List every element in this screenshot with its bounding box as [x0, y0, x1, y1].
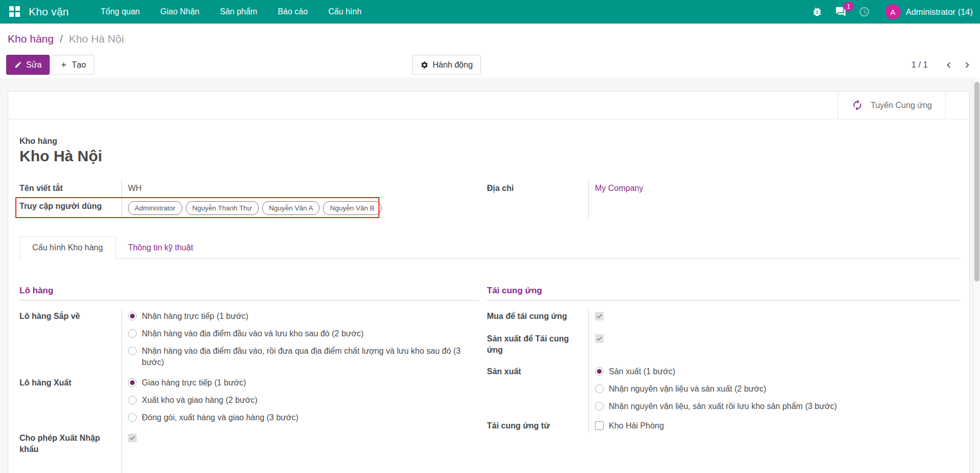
pencil-icon: [14, 61, 22, 69]
manufacture-label: Sản xuất: [487, 365, 588, 378]
short-name-value: WH: [121, 179, 142, 197]
address-label: Địa chỉ: [487, 179, 588, 197]
address-link[interactable]: My Company: [588, 179, 643, 197]
menu-item-reports[interactable]: Báo cáo: [267, 0, 318, 24]
shipments-heading: Lô hàng: [19, 286, 479, 300]
top-navbar: Kho vận Tổng quan Giao Nhận Sản phẩm Báo…: [0, 0, 980, 24]
tab-warehouse-config[interactable]: Cấu hình Kho hàng: [19, 236, 116, 259]
record-type-label: Kho hàng: [19, 137, 961, 146]
manufacture-option-3[interactable]: Nhận nguyên vận liệu, sản xuất rồi lưu k…: [595, 401, 961, 412]
main-menu: Tổng quan Giao Nhận Sản phẩm Báo cáo Cấu…: [90, 0, 372, 24]
user-access-tags: Administrator Nguyễn Thanh Thư Nguyễn Vă…: [128, 201, 381, 215]
user-tag: Nguyễn Văn A: [262, 201, 319, 215]
vertical-scrollbar[interactable]: [973, 78, 980, 473]
apps-menu-icon[interactable]: [9, 6, 20, 17]
action-menu-button[interactable]: Hành động: [412, 55, 481, 75]
checkbox-checked-icon[interactable]: [595, 312, 604, 320]
user-access-label: Truy cập người dùng: [19, 197, 121, 215]
create-button[interactable]: Tạo: [52, 55, 94, 75]
edit-button[interactable]: Sửa: [6, 55, 50, 75]
resupply-group: Tái cung ứng Mua để tái cung ứng Sản xuấ…: [487, 286, 961, 462]
short-name-label: Tên viết tắt: [19, 179, 121, 197]
outgoing-label: Lô hàng Xuất: [19, 376, 121, 390]
breadcrumb: Kho hàng / Kho Hà Nội: [8, 33, 124, 45]
radio-icon[interactable]: [128, 347, 137, 355]
tab-technical-info[interactable]: Thông tin kỹ thuật: [116, 237, 205, 259]
page-title: Kho Hà Nội: [19, 147, 961, 165]
left-field-group: Tên viết tắt WH Truy cập người dùng Admi…: [19, 179, 487, 219]
import-export-row: Cho phép Xuất Nhập khẩu: [19, 432, 479, 456]
incoming-option-2[interactable]: Nhận hàng vào địa điểm đầu vào và lưu kh…: [128, 328, 479, 339]
manufacture-resupply-row: Sản xuất để Tái cung ứng: [487, 332, 961, 357]
radio-icon[interactable]: [128, 329, 137, 338]
user-menu[interactable]: Administrator (14): [906, 7, 973, 17]
radio-icon[interactable]: [128, 396, 137, 404]
supply-routes-button[interactable]: Tuyến Cung ứng: [838, 92, 946, 119]
plus-icon: [60, 61, 68, 69]
short-name-row: Tên viết tắt WH: [19, 179, 479, 197]
user-tag: Nguyễn Văn B: [323, 201, 381, 215]
notebook-tabs: Cấu hình Kho hàng Thông tin kỹ thuật: [19, 235, 961, 259]
manufacture-row: Sản xuất Sản xuất (1 bước) Nhận nguyên v…: [487, 365, 961, 412]
user-tag: Administrator: [128, 201, 182, 215]
outgoing-option-1[interactable]: Giao hàng trực tiếp (1 bước): [128, 377, 479, 389]
refresh-icon: [851, 99, 863, 111]
checkbox-unchecked-icon[interactable]: [595, 421, 604, 430]
import-export-label: Cho phép Xuất Nhập khẩu: [19, 432, 121, 456]
content-area: Tuyến Cung ứng Kho hàng Kho Hà Nội Tên v…: [0, 78, 980, 473]
user-avatar[interactable]: A: [885, 4, 901, 19]
manufacture-option-2[interactable]: Nhận nguyên vận liệu và sản xuất (2 bước…: [595, 383, 961, 395]
shipments-group: Lô hàng Lô hàng Sắp về Nhận hàng trực ti…: [19, 286, 487, 462]
breadcrumb-current: Kho Hà Nội: [69, 33, 123, 45]
control-panel: Kho hàng / Kho Hà Nội Sửa Tạo Hành động …: [0, 24, 980, 78]
user-access-row: Truy cập người dùng Administrator Nguyễn…: [19, 197, 479, 219]
activities-clock-icon[interactable]: [853, 6, 876, 17]
menu-item-products[interactable]: Sản phẩm: [209, 0, 267, 24]
app-title[interactable]: Kho vận: [29, 6, 69, 18]
breadcrumb-parent-link[interactable]: Kho hàng: [8, 33, 54, 45]
right-field-group: Địa chỉ My Company: [487, 179, 961, 219]
manufacture-option-1[interactable]: Sản xuất (1 bước): [595, 366, 961, 377]
outgoing-option-3[interactable]: Đóng gói, xuất hàng và giao hàng (3 bước…: [128, 412, 479, 423]
incoming-label: Lô hàng Sắp về: [19, 310, 121, 323]
chevron-right-icon[interactable]: [962, 59, 973, 71]
radio-selected-icon[interactable]: [128, 312, 137, 320]
buy-resupply-row: Mua để tái cung ứng: [487, 310, 961, 323]
pager-count: 1 / 1: [911, 60, 928, 70]
checkbox-checked-icon[interactable]: [128, 434, 137, 442]
breadcrumb-separator: /: [60, 33, 63, 45]
radio-icon[interactable]: [595, 402, 604, 411]
radio-icon[interactable]: [595, 384, 604, 393]
user-tag: Nguyễn Thanh Thư: [186, 201, 259, 215]
radio-selected-icon[interactable]: [128, 378, 137, 387]
incoming-option-3[interactable]: Nhận hàng vào địa điểm đầu vào, rồi đưa …: [128, 346, 479, 368]
pager: 1 / 1: [911, 55, 973, 75]
outgoing-option-2[interactable]: Xuất kho và giao hàng (2 bước): [128, 395, 479, 406]
radio-icon[interactable]: [128, 413, 137, 422]
stat-button-box: Tuyến Cung ứng: [8, 92, 969, 119]
incoming-shipments-row: Lô hàng Sắp về Nhận hàng trực tiếp (1 bư…: [19, 310, 479, 368]
outgoing-shipments-row: Lô hàng Xuất Giao hàng trực tiếp (1 bước…: [19, 376, 479, 423]
gear-icon: [420, 61, 429, 69]
address-row: Địa chỉ My Company: [487, 179, 961, 197]
resupply-from-option: Kho Hải Phòng: [609, 420, 664, 432]
scrollbar-thumb[interactable]: [974, 82, 979, 282]
incoming-option-1[interactable]: Nhận hàng trực tiếp (1 bước): [128, 311, 479, 322]
chevron-left-icon[interactable]: [943, 59, 954, 71]
debug-bug-icon[interactable]: [805, 6, 829, 17]
menu-item-transfers[interactable]: Giao Nhận: [150, 0, 210, 24]
form-sheet: Tuyến Cung ứng Kho hàng Kho Hà Nội Tên v…: [8, 91, 970, 473]
radio-selected-icon[interactable]: [595, 367, 604, 376]
menu-item-overview[interactable]: Tổng quan: [90, 0, 150, 24]
menu-item-settings[interactable]: Cấu hình: [318, 0, 372, 24]
messages-icon[interactable]: 1: [829, 6, 853, 17]
resupply-from-row: Tái cung ứng từ Kho Hải Phòng: [487, 419, 961, 433]
resupply-heading: Tái cung ứng: [487, 286, 961, 300]
resupply-from-label: Tái cung ứng từ: [487, 419, 588, 433]
manufacture-resupply-label: Sản xuất để Tái cung ứng: [487, 332, 588, 357]
checkbox-checked-icon[interactable]: [595, 334, 604, 343]
buy-resupply-label: Mua để tái cung ứng: [487, 310, 588, 323]
